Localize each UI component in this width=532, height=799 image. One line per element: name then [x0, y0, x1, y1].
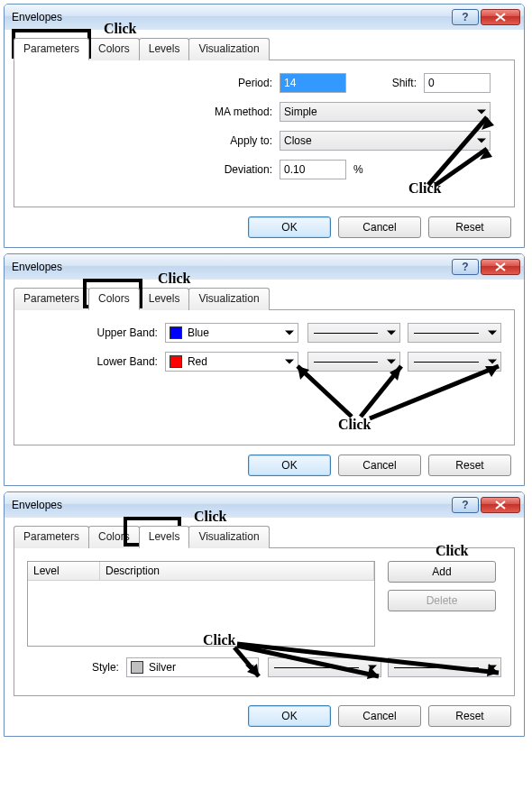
reset-button[interactable]: Reset: [428, 455, 511, 476]
lower-style-select[interactable]: [307, 352, 401, 372]
lower-color-name: Red: [188, 355, 207, 368]
help-button[interactable]: ?: [452, 497, 479, 513]
reset-button[interactable]: Reset: [428, 216, 511, 238]
dialog-parameters: Envelopes ? Parameters Colors Levels Vis…: [4, 4, 525, 248]
tab-levels[interactable]: Levels: [139, 526, 190, 548]
chevron-down-icon: [477, 110, 486, 115]
ma-method-label: MA method:: [27, 106, 280, 118]
chevron-down-icon: [387, 331, 396, 335]
upper-width-select[interactable]: [408, 323, 501, 343]
tab-colors[interactable]: Colors: [88, 38, 140, 60]
upper-color-select[interactable]: Blue: [165, 323, 298, 343]
apply-to-value: Close: [284, 134, 312, 147]
delete-button[interactable]: Delete: [388, 590, 496, 611]
ok-button[interactable]: OK: [248, 455, 331, 476]
tab-bar: Parameters Colors Levels Visualization: [14, 287, 515, 310]
cancel-button[interactable]: Cancel: [338, 455, 421, 476]
tab-colors[interactable]: Colors: [88, 288, 140, 310]
style-line-select[interactable]: [268, 657, 381, 677]
chevron-down-icon: [488, 666, 497, 670]
upper-band-label: Upper Band:: [27, 326, 165, 339]
levels-col-description: Description: [100, 562, 374, 580]
levels-table-header: Level Description: [28, 562, 374, 581]
close-button[interactable]: [481, 259, 520, 275]
chevron-down-icon: [488, 331, 497, 335]
chevron-down-icon: [488, 360, 497, 364]
ok-button[interactable]: OK: [248, 216, 331, 238]
lower-width-select[interactable]: [408, 352, 501, 372]
tab-parameters[interactable]: Parameters: [14, 38, 89, 60]
color-swatch-style: [131, 661, 143, 674]
reset-button[interactable]: Reset: [428, 705, 511, 727]
tab-parameters[interactable]: Parameters: [14, 288, 89, 310]
tab-visualization[interactable]: Visualization: [188, 526, 269, 548]
deviation-input[interactable]: [280, 160, 346, 179]
ma-method-value: Simple: [284, 106, 317, 118]
color-swatch-lower: [170, 355, 182, 368]
chevron-down-icon: [387, 360, 396, 364]
close-button[interactable]: [481, 9, 520, 25]
lower-band-label: Lower Band:: [27, 355, 165, 368]
chevron-down-icon: [368, 666, 377, 670]
shift-input[interactable]: [424, 73, 491, 93]
deviation-label: Deviation:: [27, 163, 280, 176]
window-title: Envelopes: [12, 499, 62, 511]
window-title: Envelopes: [12, 11, 62, 23]
ok-button[interactable]: OK: [248, 705, 331, 727]
tab-visualization[interactable]: Visualization: [188, 288, 269, 310]
ma-method-select[interactable]: Simple: [280, 102, 491, 122]
tab-panel: Upper Band: Blue Lower Band: Red: [14, 310, 515, 445]
help-button[interactable]: ?: [452, 9, 479, 25]
chevron-down-icon: [285, 360, 294, 364]
titlebar[interactable]: Envelopes ?: [5, 254, 524, 280]
shift-label: Shift:: [346, 77, 424, 89]
color-swatch-upper: [170, 326, 182, 339]
upper-color-name: Blue: [188, 326, 209, 339]
tab-visualization[interactable]: Visualization: [188, 38, 269, 60]
tab-panel: Level Description Add Delete Style: Silv…: [14, 548, 515, 696]
tab-levels[interactable]: Levels: [139, 38, 190, 60]
style-color-select[interactable]: Silver: [126, 657, 259, 677]
chevron-down-icon: [477, 139, 486, 143]
lower-color-select[interactable]: Red: [165, 352, 298, 372]
apply-to-label: Apply to:: [27, 134, 280, 147]
style-color-name: Silver: [149, 661, 176, 674]
style-label: Style:: [27, 661, 126, 674]
dialog-colors: Envelopes ? Parameters Colors Levels Vis…: [4, 253, 525, 486]
chevron-down-icon: [285, 331, 294, 335]
tab-levels[interactable]: Levels: [139, 288, 190, 310]
close-button[interactable]: [481, 497, 520, 513]
titlebar[interactable]: Envelopes ?: [5, 492, 524, 518]
style-width-select[interactable]: [388, 657, 501, 677]
tab-colors[interactable]: Colors: [88, 526, 140, 548]
dialog-levels: Envelopes ? Parameters Colors Levels Vis…: [4, 491, 525, 737]
add-button[interactable]: Add: [388, 561, 496, 583]
cancel-button[interactable]: Cancel: [338, 216, 421, 238]
window-title: Envelopes: [12, 261, 62, 273]
tab-bar: Parameters Colors Levels Visualization: [14, 525, 515, 548]
tab-panel: Period: Shift: MA method: Simple Apply t…: [14, 60, 515, 207]
upper-style-select[interactable]: [307, 323, 401, 343]
levels-col-level: Level: [28, 562, 100, 580]
cancel-button[interactable]: Cancel: [338, 705, 421, 727]
deviation-unit: %: [346, 163, 363, 176]
tab-bar: Parameters Colors Levels Visualization: [14, 37, 515, 60]
help-button[interactable]: ?: [452, 259, 479, 275]
period-input[interactable]: [280, 73, 346, 93]
chevron-down-icon: [245, 666, 254, 670]
tab-parameters[interactable]: Parameters: [14, 526, 89, 548]
levels-table[interactable]: Level Description: [27, 561, 375, 647]
titlebar[interactable]: Envelopes ?: [5, 5, 524, 30]
period-label: Period:: [27, 77, 280, 89]
apply-to-select[interactable]: Close: [280, 131, 491, 151]
